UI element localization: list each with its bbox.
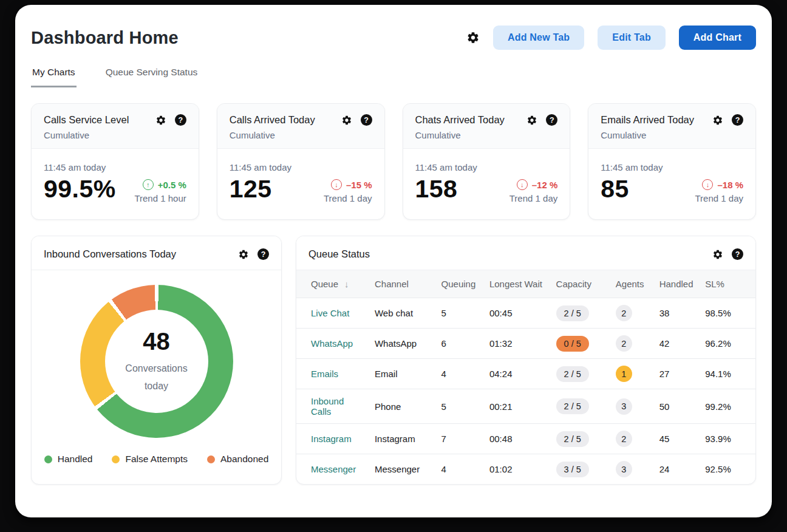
handled-cell: 42 (655, 329, 701, 359)
column-header-capacity[interactable]: Capacity (551, 270, 611, 298)
trend-delta: +0.5 % (158, 180, 186, 190)
queue-table-row: Instagram Instagram 7 00:48 2 / 5 2 45 9… (296, 424, 755, 454)
donut-chart: 48 Conversations today (80, 285, 233, 438)
handled-cell: 38 (655, 298, 701, 329)
trend-arrow-icon: ↓ (517, 179, 528, 190)
kpi-card-header: Chats Arrived Today Cumulative (403, 104, 570, 149)
capacity-badge: 2 / 5 (556, 398, 589, 414)
donut-center-label-line2: today (145, 381, 168, 391)
column-header-agents[interactable]: Agents (611, 270, 655, 298)
sl-cell: 99.2% (700, 389, 755, 424)
settings-icon[interactable] (155, 115, 166, 126)
sl-cell: 98.5% (700, 298, 755, 329)
help-icon[interactable] (361, 114, 372, 126)
kpi-body: 11:45 am today 99.5% ↑ +0.5 % Trend 1 ho… (32, 149, 199, 219)
sort-descending-icon[interactable] (344, 279, 349, 289)
capacity-badge: 3 / 5 (556, 462, 589, 477)
tab-my-charts[interactable]: My Charts (31, 64, 77, 87)
longest-wait-cell: 01:32 (485, 329, 551, 359)
kpi-card-title: Chats Arrived Today (415, 114, 505, 126)
agents-badge: 3 (616, 461, 632, 477)
channel-cell: Email (370, 359, 437, 389)
queuing-cell: 5 (437, 298, 485, 329)
column-header-queuing[interactable]: Queuing (437, 270, 485, 298)
channel-cell: Instagram (370, 424, 437, 454)
help-icon[interactable] (175, 114, 186, 126)
queue-name-link[interactable]: Live Chat (311, 308, 349, 318)
channel-cell: Phone (370, 389, 437, 424)
dashboard-settings-icon[interactable] (466, 31, 480, 44)
legend-dot-icon (112, 455, 120, 463)
inbound-conversations-card: Inbound Conversations Today 48 Conversat… (31, 236, 282, 485)
agents-badge: 2 (616, 335, 632, 352)
queuing-cell: 7 (437, 424, 485, 454)
kpi-body: 11:45 am today 85 ↓ –18 % Trend 1 day (588, 149, 755, 219)
kpi-card-title: Emails Arrived Today (601, 114, 694, 126)
queue-table-row: WhatsApp WhatsApp 6 01:32 0 / 5 2 42 96.… (296, 329, 755, 359)
trend: ↓ –12 % Trend 1 day (509, 179, 558, 203)
agents-badge: 2 (616, 305, 632, 321)
edit-tab-button[interactable]: Edit Tab (598, 26, 666, 50)
kpi-value: 125 (230, 175, 272, 203)
kpi-timestamp: 11:45 am today (44, 162, 186, 172)
kpi-card-title: Calls Arrived Today (230, 114, 315, 126)
kpi-card: Calls Arrived Today Cumulative 11:45 am … (217, 103, 385, 220)
queue-name-link[interactable]: WhatsApp (311, 338, 353, 349)
donut-center-value: 48 (143, 328, 170, 355)
channel-cell: Web chat (370, 298, 437, 329)
add-chart-button[interactable]: Add Chart (679, 26, 756, 50)
queuing-cell: 4 (437, 454, 485, 485)
queue-table-header-row: Queue Channel Queuing Longest Wait Capac… (296, 270, 755, 298)
handled-cell: 45 (655, 424, 701, 454)
settings-icon[interactable] (238, 249, 249, 260)
add-new-tab-button[interactable]: Add New Tab (493, 26, 584, 50)
queue-name-link[interactable]: Inbound Calls (311, 396, 344, 417)
help-icon[interactable] (732, 248, 743, 260)
queue-name-link[interactable]: Messenger (311, 464, 356, 474)
legend-item[interactable]: Handled (44, 454, 93, 465)
tab-queue-serving-status[interactable]: Queue Serving Status (104, 64, 199, 87)
settings-icon[interactable] (712, 115, 723, 126)
legend-item[interactable]: False Attempts (112, 454, 188, 465)
column-header-sl[interactable]: SL% (700, 270, 755, 298)
trend-delta: –15 % (346, 180, 372, 190)
legend-dot-icon (44, 455, 52, 463)
settings-icon[interactable] (712, 249, 723, 260)
kpi-card-subtitle: Cumulative (230, 130, 315, 140)
help-icon[interactable] (732, 114, 743, 126)
legend-label: Handled (58, 454, 93, 465)
legend-item[interactable]: Abandoned (207, 454, 268, 465)
queue-name-link[interactable]: Instagram (311, 434, 352, 444)
column-header-channel[interactable]: Channel (370, 270, 437, 298)
donut-center-label-line1: Conversations (125, 363, 187, 373)
help-icon[interactable] (257, 248, 269, 260)
help-icon[interactable] (546, 114, 557, 126)
trend: ↓ –18 % Trend 1 day (695, 179, 744, 203)
queue-table-row: Live Chat Web chat 5 00:45 2 / 5 2 38 98… (296, 298, 755, 329)
sl-cell: 93.9% (700, 424, 755, 454)
kpi-body: 11:45 am today 158 ↓ –12 % Trend 1 day (403, 149, 570, 219)
queue-name-link[interactable]: Emails (311, 369, 338, 379)
kpi-timestamp: 11:45 am today (230, 162, 372, 172)
settings-icon[interactable] (341, 115, 352, 126)
handled-cell: 24 (655, 454, 701, 485)
trend-delta: –18 % (717, 180, 743, 190)
trend: ↑ +0.5 % Trend 1 hour (134, 179, 186, 203)
column-header-queue[interactable]: Queue (296, 270, 370, 298)
agents-badge: 2 (616, 431, 632, 447)
header-actions: Add New Tab Edit Tab Add Chart (466, 26, 756, 50)
trend-label: Trend 1 hour (134, 193, 186, 203)
donut-card-header: Inbound Conversations Today (32, 236, 281, 270)
queuing-cell: 5 (437, 389, 485, 424)
column-header-handled[interactable]: Handled (655, 270, 701, 298)
kpi-value: 99.5% (44, 175, 116, 203)
settings-icon[interactable] (526, 115, 537, 126)
page-title: Dashboard Home (31, 28, 179, 48)
column-header-longest-wait[interactable]: Longest Wait (485, 270, 551, 298)
queue-table-row: Messenger Messenger 4 01:02 3 / 5 3 24 9… (296, 454, 755, 485)
tab-bar: My Charts Queue Serving Status (31, 64, 756, 87)
donut-center-label: Conversations today (125, 360, 187, 395)
sl-cell: 96.2% (700, 329, 755, 359)
topbar: Dashboard Home Add New Tab Edit Tab Add … (31, 26, 756, 50)
longest-wait-cell: 00:48 (485, 424, 551, 454)
